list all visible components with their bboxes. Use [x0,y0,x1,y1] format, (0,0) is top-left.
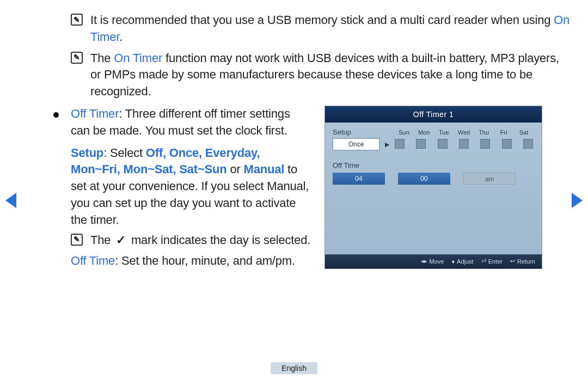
osd-panel-column: Off Timer 1 Setup Once ▶ Sun Mon Tue [324,106,542,269]
text: The [90,51,114,65]
on-timer-link: On Timer [114,51,162,65]
day-label-fri: Fri [494,129,513,136]
osd-body: Setup Once ▶ Sun Mon Tue Wed Thu Fri [325,123,542,185]
setup-line: Setup: Select Off, Once, Everyday, Mon~F… [71,145,311,229]
setup-label: Setup [71,146,103,160]
day-label-wed: Wed [455,129,473,136]
footer-move: ◂▸Move [421,258,444,265]
off-time-label: Off Time [71,254,115,267]
setup-field-label: Setup [333,128,382,136]
setup-column: Setup Once [333,128,382,150]
note-icon [71,234,83,246]
note-icon [71,52,83,64]
off-time-field-label: Off Time [333,161,534,169]
day-checkbox-sat[interactable] [523,139,533,149]
off-timer-label: Off Timer [71,107,119,120]
off-time-fields: 04 00 am [333,173,534,185]
minute-field[interactable]: 00 [398,173,450,185]
text: : Select [103,146,146,160]
chevron-right-icon: ▶ [385,141,389,148]
next-page-button[interactable] [572,193,583,208]
day-checkbox-mon[interactable] [416,139,426,149]
day-label-mon: Mon [415,129,433,136]
ampm-field[interactable]: am [463,173,516,185]
setup-manual: Manual [244,162,285,176]
day-label-thu: Thu [475,129,493,136]
text: mark indicates the day is selected. [128,233,310,247]
return-icon: ↩ [510,258,515,265]
move-icon: ◂▸ [421,258,427,265]
hour-field[interactable]: 04 [333,173,385,185]
prev-page-button[interactable] [5,193,16,208]
bullet-text-column: Off Timer: Three different off timer set… [71,106,311,270]
osd-footer: ◂▸Move ♦Adjust ⏎Enter ↩Return [325,254,542,269]
day-label-sat: Sat [514,129,533,136]
text: Move [430,258,444,265]
text: Enter [488,258,503,265]
offtime-line: Off Time: Set the hour, minute, and am/p… [71,253,311,270]
off-timer-line: Off Timer: Three different off timer set… [71,106,311,139]
day-checkbox-wed[interactable] [459,139,469,149]
setup-select[interactable]: Once [333,138,379,150]
bullet-icon [53,112,59,118]
adjust-icon: ♦ [451,258,455,265]
text: : Set the hour, minute, and am/pm. [115,254,295,267]
footer-enter: ⏎Enter [481,258,503,265]
checkmark-text: The ✓ mark indicates the day is selected… [90,232,310,249]
days-header: Sun Mon Tue Wed Thu Fri Sat [394,128,534,139]
osd-title: Off Timer 1 [325,106,542,123]
notes-block: It is recommended that you use a USB mem… [71,12,572,100]
check-icon: ✓ [116,233,126,247]
checkmark-note: The ✓ mark indicates the day is selected… [71,232,311,249]
manual-page: It is recommended that you use a USB mem… [0,0,588,384]
day-checkbox-thu[interactable] [480,139,490,149]
enter-icon: ⏎ [481,258,486,265]
note-2: The On Timer function may not work with … [71,50,572,100]
osd-setup-row: Setup Once ▶ Sun Mon Tue Wed Thu Fri [333,128,534,150]
note-2-text: The On Timer function may not work with … [90,50,572,100]
language-badge: English [271,362,317,374]
note-icon [71,14,83,26]
off-timer-osd: Off Timer 1 Setup Once ▶ Sun Mon Tue [324,106,542,269]
text: Return [517,258,535,265]
text: It is recommended that you use a USB mem… [90,13,554,27]
day-label-tue: Tue [434,129,453,136]
day-checkbox-sun[interactable] [395,139,405,149]
footer-adjust: ♦Adjust [451,258,473,265]
note-1: It is recommended that you use a USB mem… [71,12,572,46]
text: Adjust [457,258,474,265]
text: The [90,233,114,247]
text: . [119,30,122,44]
text: or [227,162,244,176]
day-checkbox-fri[interactable] [502,139,512,149]
days-checkboxes [394,139,534,149]
day-label-sun: Sun [395,129,413,136]
day-checkbox-tue[interactable] [438,139,448,149]
footer-return: ↩Return [510,258,535,265]
off-timer-section: Off Timer: Three different off timer set… [22,106,566,270]
days-column: Sun Mon Tue Wed Thu Fri Sat [394,128,534,149]
note-1-text: It is recommended that you use a USB mem… [90,12,572,46]
